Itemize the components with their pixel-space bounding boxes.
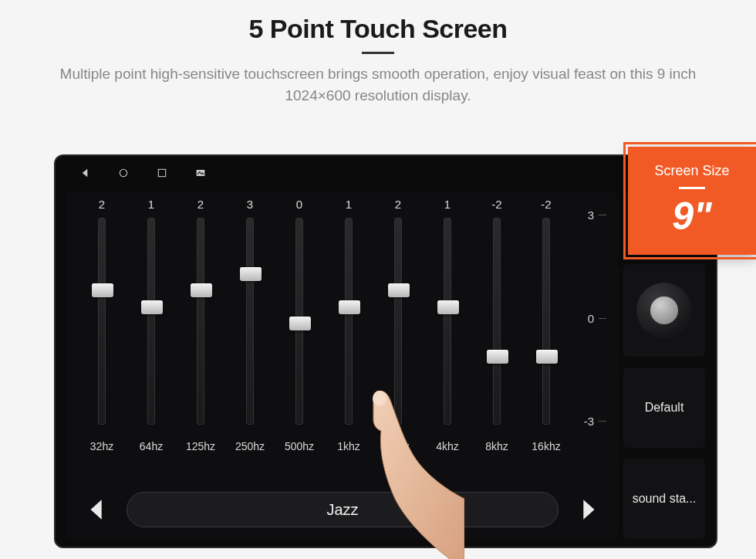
eq-band-value: 3 <box>247 198 253 215</box>
default-button-label: Default <box>645 401 684 415</box>
eq-band: 11khz <box>327 198 370 452</box>
eq-slider[interactable] <box>197 218 204 425</box>
screen-size-badge: Screen Size 9" <box>628 147 756 255</box>
eq-band: -28khz <box>475 198 518 452</box>
device-screen: 232hz164hz2125hz3250hz0500hz11khz22khz14… <box>54 154 717 548</box>
eq-slider[interactable] <box>295 218 303 425</box>
page-subtitle: Multiple point high-sensitive touchscree… <box>46 63 710 106</box>
title-underline <box>362 52 394 54</box>
eq-slider[interactable] <box>444 218 451 425</box>
svg-rect-1 <box>158 169 165 176</box>
eq-slider-thumb[interactable] <box>92 283 113 297</box>
eq-slider[interactable] <box>493 218 501 425</box>
eq-band-value: 2 <box>395 198 401 215</box>
eq-band-freq: 500hz <box>285 440 314 452</box>
eq-band-freq: 2khz <box>386 440 410 452</box>
eq-band: 22khz <box>376 198 420 452</box>
eq-band-freq: 250hz <box>235 440 265 452</box>
eq-band-value: -2 <box>491 198 501 215</box>
eq-band-freq: 4khz <box>436 440 459 452</box>
eq-slider-thumb[interactable] <box>487 350 508 364</box>
eq-band-freq: 1khz <box>337 440 360 452</box>
home-icon[interactable] <box>117 167 130 179</box>
eq-slider[interactable] <box>394 218 402 425</box>
page-header: 5 Point Touch Screen Multiple point high… <box>0 0 756 106</box>
eq-band-value: 1 <box>444 198 451 215</box>
eq-band-value: 1 <box>346 198 352 215</box>
eq-slider-thumb[interactable] <box>141 300 163 314</box>
recent-apps-icon[interactable] <box>156 167 168 179</box>
eq-band-freq: 64hz <box>140 440 163 452</box>
sound-stage-button-label: sound sta... <box>633 492 697 506</box>
eq-slider-thumb[interactable] <box>536 350 558 364</box>
preset-row: Jazz <box>82 488 603 531</box>
preset-name-pill[interactable]: Jazz <box>127 492 559 527</box>
preset-prev-button[interactable] <box>82 494 113 525</box>
eq-band-value: -2 <box>541 198 551 215</box>
eq-band: 164hz <box>130 198 173 452</box>
eq-slider[interactable] <box>147 218 155 425</box>
eq-band: 14khz <box>426 198 469 452</box>
badge-underline <box>679 187 705 189</box>
default-button[interactable]: Default <box>623 368 705 448</box>
eq-band-value: 1 <box>148 198 154 215</box>
eq-band: 0500hz <box>278 198 321 452</box>
eq-slider[interactable] <box>98 218 106 425</box>
balance-joystick[interactable] <box>636 283 692 338</box>
badge-value: 9" <box>672 194 712 239</box>
eq-scale: 3 0 -3 <box>575 213 606 428</box>
eq-band-freq: 8khz <box>485 440 508 452</box>
eq-band: 232hz <box>80 198 123 452</box>
balance-joystick-box <box>623 264 705 357</box>
eq-band-value: 2 <box>197 198 204 215</box>
eq-slider-thumb[interactable] <box>339 300 360 314</box>
gallery-icon[interactable] <box>194 167 207 179</box>
page-title: 5 Point Touch Screen <box>0 14 756 44</box>
eq-slider[interactable] <box>542 218 550 425</box>
eq-band-value: 2 <box>99 198 105 215</box>
sound-stage-button[interactable]: sound sta... <box>623 459 705 539</box>
eq-slider-thumb[interactable] <box>191 283 212 297</box>
eq-slider-thumb[interactable] <box>388 283 410 297</box>
eq-band: 3250hz <box>228 198 272 452</box>
joystick-thumb <box>650 296 678 324</box>
android-nav-bar <box>79 167 693 179</box>
preset-next-button[interactable] <box>572 494 603 525</box>
equalizer-panel: 232hz164hz2125hz3250hz0500hz11khz22khz14… <box>66 191 619 539</box>
eq-band-freq: 32hz <box>90 440 113 452</box>
eq-slider[interactable] <box>345 218 353 425</box>
eq-slider-thumb[interactable] <box>437 300 459 314</box>
svg-point-0 <box>120 169 127 176</box>
eq-band: -216khz <box>525 198 568 452</box>
eq-band-value: 0 <box>296 198 302 215</box>
eq-band-freq: 125hz <box>186 440 215 452</box>
eq-band-freq: 16khz <box>532 440 560 452</box>
badge-label: Screen Size <box>654 163 729 179</box>
eq-slider[interactable] <box>246 218 254 425</box>
eq-slider-thumb[interactable] <box>240 267 262 281</box>
eq-slider-thumb[interactable] <box>289 317 311 330</box>
preset-name-label: Jazz <box>326 501 358 519</box>
back-icon[interactable] <box>79 167 91 179</box>
eq-band: 2125hz <box>179 198 222 452</box>
